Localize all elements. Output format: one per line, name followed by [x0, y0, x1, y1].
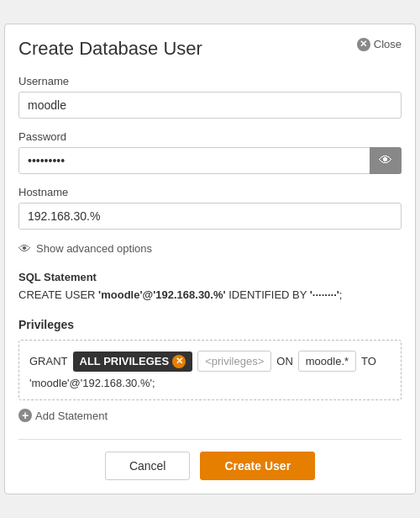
- username-input[interactable]: [18, 92, 402, 119]
- create-database-user-modal: Create Database User ✕ Close Username Pa…: [4, 24, 416, 495]
- grant-row: GRANT ALL PRIVILEGES ✕ <privileges> ON m…: [29, 351, 391, 372]
- sql-text: CREATE USER 'moodle'@'192.168.30.%' IDEN…: [18, 287, 402, 304]
- sql-suffix: ;: [339, 288, 343, 301]
- to-value-row: 'moodle'@'192.168.30.%';: [29, 377, 391, 389]
- add-statement-label: Add Statement: [35, 410, 108, 422]
- password-input-wrap: 👁: [18, 147, 402, 174]
- hostname-label: Hostname: [18, 186, 402, 198]
- username-field-group: Username: [18, 75, 402, 119]
- remove-privilege-button[interactable]: ✕: [172, 355, 186, 368]
- on-label: ON: [276, 355, 293, 367]
- advanced-options-label: Show advanced options: [36, 242, 152, 255]
- password-label: Password: [18, 130, 402, 143]
- close-icon: ✕: [357, 38, 370, 51]
- add-icon: +: [18, 409, 32, 422]
- on-value: moodle.*: [298, 351, 356, 372]
- sql-prefix: CREATE USER: [18, 288, 98, 301]
- modal-header: Create Database User ✕ Close: [18, 38, 402, 60]
- hostname-field-group: Hostname: [18, 186, 402, 230]
- eye-icon: 👁: [379, 153, 392, 168]
- cancel-button[interactable]: Cancel: [105, 452, 191, 480]
- password-field-group: Password 👁: [18, 130, 402, 174]
- sql-title: SQL Statement: [18, 271, 402, 283]
- create-user-button[interactable]: Create User: [200, 452, 315, 480]
- hostname-input-wrap: [18, 203, 402, 230]
- close-button[interactable]: ✕ Close: [357, 38, 402, 51]
- advanced-options-toggle[interactable]: 👁 Show advanced options: [18, 241, 152, 256]
- all-privileges-badge: ALL PRIVILEGES ✕: [73, 352, 193, 372]
- footer-buttons: Cancel Create User: [18, 452, 402, 480]
- privileges-placeholder[interactable]: <privileges>: [197, 351, 271, 372]
- eye-small-icon: 👁: [18, 241, 31, 256]
- toggle-password-button[interactable]: 👁: [370, 147, 402, 174]
- password-input[interactable]: [18, 147, 402, 174]
- privileges-title: Privileges: [18, 318, 402, 331]
- privileges-box: GRANT ALL PRIVILEGES ✕ <privileges> ON m…: [18, 340, 402, 400]
- hostname-input[interactable]: [18, 203, 402, 230]
- modal-title: Create Database User: [18, 38, 202, 60]
- badge-label: ALL PRIVILEGES: [80, 355, 170, 367]
- sql-user-bold: 'moodle'@'192.168.30.%': [98, 288, 226, 301]
- sql-section: SQL Statement CREATE USER 'moodle'@'192.…: [18, 271, 402, 304]
- privileges-section: Privileges GRANT ALL PRIVILEGES ✕ <privi…: [18, 318, 402, 422]
- close-label: Close: [374, 38, 402, 50]
- to-value: 'moodle'@'192.168.30.%';: [29, 377, 155, 389]
- to-label: TO: [361, 355, 376, 367]
- username-label: Username: [18, 75, 402, 87]
- username-input-wrap: [18, 92, 402, 119]
- add-statement-button[interactable]: + Add Statement: [18, 409, 108, 422]
- sql-password-bold: '········': [310, 288, 339, 301]
- grant-label: GRANT: [29, 355, 68, 367]
- footer-divider: [18, 439, 402, 440]
- sql-middle: IDENTIFIED BY: [226, 288, 310, 301]
